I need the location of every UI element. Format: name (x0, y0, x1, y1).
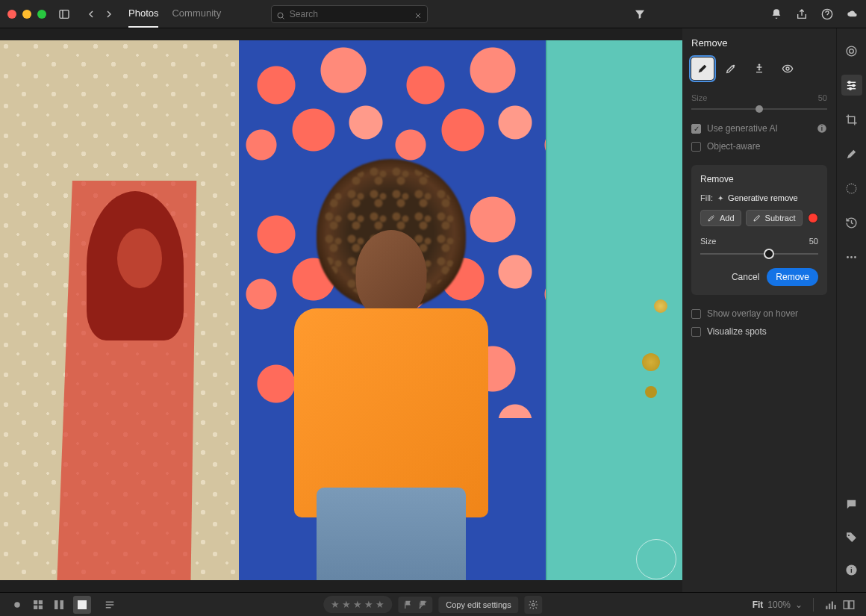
svg-rect-41 (832, 601, 833, 609)
zoom-level[interactable]: 100% (767, 600, 791, 610)
svg-rect-32 (60, 600, 64, 609)
use-generative-ai-checkbox[interactable]: Use generative AI i (691, 123, 827, 134)
brush-mode-row: Add Subtract (700, 210, 818, 226)
remove-button[interactable]: Remove (767, 268, 818, 286)
svg-point-19 (850, 87, 852, 90)
zoom-dropdown-icon[interactable]: ⌄ (795, 600, 803, 610)
cancel-button[interactable]: Cancel (732, 272, 759, 282)
use-gen-ai-label: Use generative AI (707, 123, 778, 134)
sparkle-icon: ✦ (717, 194, 723, 202)
info-panel-icon[interactable]: i (841, 559, 862, 580)
more-icon[interactable] (841, 246, 862, 267)
masking-tool-icon[interactable] (841, 178, 862, 199)
history-icon[interactable] (841, 212, 862, 233)
svg-rect-33 (78, 600, 87, 609)
crop-tool-icon[interactable] (841, 109, 862, 130)
svg-rect-44 (850, 600, 854, 609)
nav-back-icon[interactable] (85, 8, 97, 20)
healing-tool-icon[interactable] (841, 143, 862, 164)
cloud-icon[interactable] (847, 8, 859, 20)
svg-point-26 (14, 602, 20, 608)
bottom-bar: ★★★★★ Copy edit settings Fit 100% ⌄ (0, 592, 866, 616)
share-icon[interactable] (796, 8, 808, 20)
fit-button[interactable]: Fit (753, 600, 764, 610)
fill-value[interactable]: Generative remove (728, 193, 798, 202)
subtract-brush-button[interactable]: Subtract (746, 210, 803, 226)
top-right-controls (770, 8, 859, 20)
svg-rect-27 (34, 600, 37, 604)
sidebar-toggle-icon[interactable] (58, 8, 70, 20)
svg-rect-42 (835, 605, 836, 609)
svg-rect-39 (826, 606, 827, 609)
remove-panel: Remove Size 50 Use generative AI i Objec… (682, 28, 836, 592)
size-row-disabled: Size 50 (691, 93, 827, 102)
view-single-icon[interactable] (10, 598, 24, 612)
add-label: Add (720, 214, 735, 223)
remove-action-panel: Remove Fill: ✦ Generative remove Add Sub… (691, 165, 827, 295)
size-slider[interactable] (700, 253, 818, 255)
svg-point-22 (850, 256, 853, 258)
slider-thumb[interactable] (764, 249, 774, 259)
svg-rect-30 (39, 605, 43, 609)
overlay-color-swatch[interactable] (808, 213, 818, 223)
minimize-window[interactable] (22, 10, 31, 19)
size-label: Size (691, 93, 707, 102)
svg-rect-31 (54, 600, 58, 609)
svg-rect-28 (39, 600, 43, 604)
object-aware-label: Object-aware (707, 141, 760, 152)
maximize-window[interactable] (37, 10, 46, 19)
view-mode-switcher (10, 596, 116, 614)
copy-edit-settings-button[interactable]: Copy edit settings (438, 597, 518, 613)
settings-gear-icon[interactable] (525, 596, 543, 614)
filmstrip-toggle-icon[interactable] (103, 598, 116, 612)
clone-stamp-tool[interactable] (748, 57, 770, 80)
svg-rect-0 (60, 10, 69, 18)
remove-tool-modes (691, 57, 827, 80)
flag-pick-icon[interactable] (402, 600, 413, 610)
preview-toggle-tool[interactable] (776, 57, 799, 80)
search-input[interactable] (290, 9, 409, 19)
view-grid-icon[interactable] (31, 598, 45, 612)
size-slider-disabled (691, 108, 827, 110)
close-window[interactable] (7, 10, 16, 19)
add-brush-button[interactable]: Add (700, 210, 741, 226)
subpanel-title: Remove (700, 174, 818, 184)
sliders-tool-icon[interactable] (841, 75, 862, 96)
svg-point-21 (847, 256, 849, 258)
heal-brush-tool[interactable] (720, 57, 742, 80)
histogram-icon[interactable] (824, 598, 838, 612)
size-value-2: 50 (809, 237, 818, 246)
star-rating[interactable]: ★★★★★ (323, 596, 392, 613)
view-detail-icon[interactable] (73, 596, 91, 614)
flag-reject-icon[interactable] (417, 600, 428, 610)
object-aware-checkbox[interactable]: Object-aware (691, 141, 827, 152)
filter-icon[interactable] (634, 8, 646, 20)
flag-controls[interactable] (398, 597, 432, 613)
clear-search-icon[interactable] (414, 10, 423, 19)
nav-forward-icon[interactable] (103, 8, 115, 20)
rating-tools: ★★★★★ Copy edit settings (323, 596, 542, 614)
view-compare-icon[interactable] (52, 598, 66, 612)
top-bar: Photos Community (0, 0, 866, 28)
svg-point-13 (850, 49, 854, 53)
visualize-spots-checkbox[interactable]: Visualize spots (691, 326, 827, 337)
search-field[interactable] (271, 5, 428, 23)
tag-icon[interactable] (841, 526, 862, 547)
svg-rect-43 (844, 600, 848, 609)
comment-icon[interactable] (841, 494, 862, 514)
tab-community[interactable]: Community (172, 0, 221, 28)
tab-photos[interactable]: Photos (128, 0, 158, 28)
svg-point-7 (733, 65, 734, 66)
info-icon[interactable]: i (817, 123, 827, 134)
notifications-icon[interactable] (770, 8, 782, 20)
svg-rect-40 (829, 603, 830, 609)
edit-tool-icon[interactable] (841, 40, 862, 61)
help-icon[interactable] (821, 8, 833, 20)
brush-select-tool[interactable] (691, 57, 714, 80)
before-after-icon[interactable] (842, 598, 856, 612)
svg-text:i: i (850, 566, 853, 574)
svg-line-11 (758, 215, 760, 217)
photo-canvas[interactable] (0, 28, 682, 592)
show-overlay-checkbox[interactable]: Show overlay on hover (691, 308, 827, 319)
photo-content (0, 40, 682, 580)
